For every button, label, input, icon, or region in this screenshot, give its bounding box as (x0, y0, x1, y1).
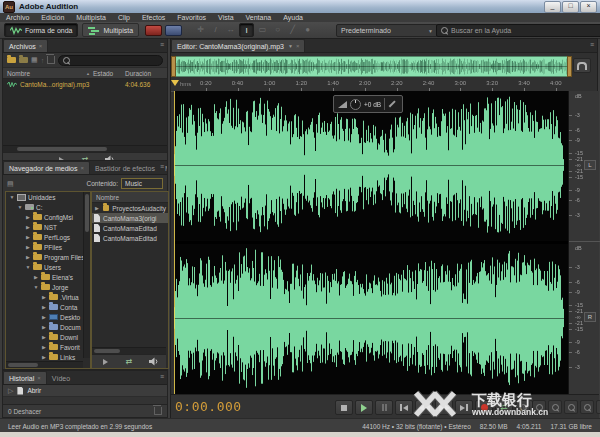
menu-ventana[interactable]: Ventana (240, 13, 278, 22)
skip-back-button[interactable] (395, 400, 413, 415)
collapse-icon[interactable]: ▼ (9, 194, 15, 200)
tree-item-virtua[interactable]: ▶.Virtua (6, 292, 90, 302)
panel-menu-icon[interactable]: ≡ (160, 373, 164, 380)
history-entry[interactable]: ▷ Abrir (3, 385, 167, 397)
expand-icon[interactable]: ▶ (41, 304, 47, 310)
expand-icon[interactable]: ▶ (25, 234, 31, 240)
time-selection-tool-icon[interactable]: I (239, 23, 254, 37)
expand-icon[interactable]: ▶ (41, 354, 47, 360)
tree-item-favorit[interactable]: ▶Favorit (6, 342, 90, 352)
rewind-button[interactable] (415, 400, 433, 415)
waveform-display[interactable] (174, 91, 568, 394)
chevron-down-icon[interactable]: ▼ (288, 43, 293, 49)
files-search-input[interactable] (58, 55, 163, 66)
menu-favoritos[interactable]: Favoritos (171, 13, 212, 22)
channel-l-badge[interactable]: L (584, 160, 596, 170)
media-autoplay-button[interactable] (144, 357, 162, 367)
import-file-icon[interactable] (19, 57, 28, 63)
loop-button[interactable]: ⇄ (495, 400, 513, 415)
zoom-in-vertical-button[interactable] (580, 400, 594, 414)
stop-button[interactable] (335, 400, 353, 415)
pause-button[interactable] (375, 400, 393, 415)
spot-heal-tool-icon[interactable]: ● (301, 23, 314, 35)
zoom-out-vertical-button[interactable] (596, 400, 600, 414)
record-button[interactable] (475, 400, 493, 415)
hud[interactable]: +0 dB (333, 95, 403, 113)
tree-item-unidades[interactable]: ▼Unidades (6, 192, 90, 202)
workspace-dropdown[interactable]: Predeterminado ▼ (336, 24, 438, 37)
menu-archivo[interactable]: Archivo (0, 13, 35, 22)
close-icon[interactable]: × (81, 165, 85, 171)
collapse-icon[interactable]: ▼ (33, 284, 39, 290)
paintbrush-tool-icon[interactable]: ╱ (286, 23, 299, 35)
zoom-in-horizontal-button[interactable] (548, 400, 562, 414)
tree-item-nst[interactable]: ▶NST (6, 222, 90, 232)
view-options-icon[interactable]: ▤ (7, 180, 14, 188)
expand-icon[interactable]: ▶ (41, 344, 47, 350)
overview-waveform[interactable] (174, 56, 568, 77)
tree-item-elenas[interactable]: ▶Elena's (6, 272, 90, 282)
tree-item-programfiles[interactable]: ▶Program Files (6, 252, 90, 262)
expand-icon[interactable]: ▶ (94, 205, 100, 211)
panel-menu-icon[interactable]: ≡ (590, 41, 594, 48)
menu-clip[interactable]: Clip (112, 13, 136, 22)
col-estado[interactable]: Estado (93, 70, 125, 77)
skip-forward-button[interactable] (455, 400, 473, 415)
expand-icon[interactable]: ▶ (33, 274, 39, 280)
snap-button[interactable] (573, 58, 591, 73)
tree-item-deskto[interactable]: ▶Deskto (6, 312, 90, 322)
file-row[interactable]: CantoMa...original).mp34:04.636 (3, 79, 167, 90)
spectral-pitch-icon[interactable] (165, 25, 182, 36)
content-col-nombre[interactable]: Nombre (96, 194, 119, 201)
files-hscrollbar[interactable] (3, 145, 167, 152)
play-button[interactable] (355, 400, 373, 415)
tree-item-conta[interactable]: ▶Conta (6, 302, 90, 312)
close-icon[interactable]: × (296, 43, 300, 49)
open-folder-icon[interactable] (7, 57, 16, 63)
zoom-out-horizontal-button[interactable] (564, 400, 578, 414)
menu-ayuda[interactable]: Ayuda (277, 13, 309, 22)
tab-vídeo[interactable]: Vídeo (47, 372, 75, 384)
tree-item-perflogs[interactable]: ▶PerfLogs (6, 232, 90, 242)
panel-menu-icon[interactable]: ≡ (160, 41, 164, 48)
tab-historial[interactable]: Historial× (3, 371, 47, 384)
minimize-button[interactable]: _ (544, 1, 561, 13)
help-search-input[interactable]: Buscar en la Ayuda (436, 24, 600, 37)
spectral-frequency-icon[interactable] (145, 25, 162, 36)
tree-item-docum[interactable]: ▶Docum (6, 322, 90, 332)
tree-vscrollbar[interactable] (83, 192, 90, 358)
multitrack-view-button[interactable]: Multipista (82, 23, 139, 37)
zoom-out-button[interactable] (532, 400, 546, 414)
gain-knob[interactable] (350, 99, 361, 110)
range-handle-left[interactable] (171, 56, 176, 77)
close-icon[interactable]: × (39, 43, 43, 49)
tab-bastidor-de-efectos[interactable]: Bastidor de efectos (90, 162, 160, 174)
marquee-tool-icon[interactable]: ▭ (256, 23, 269, 35)
expand-icon[interactable]: ▶ (25, 254, 31, 260)
expand-icon[interactable]: ▶ (25, 244, 31, 250)
amplitude-ruler[interactable]: dB-3-3-6-6-9-9-15-15-21-21-∞LdB-3-3-6-6-… (568, 91, 599, 394)
move-up-icon[interactable]: ↑ (41, 57, 45, 64)
col-duracion[interactable]: Duración (125, 70, 163, 77)
waveform-view-button[interactable]: Forma de onda (4, 23, 78, 37)
list-item[interactable]: ▶ProyectosAudacity (92, 203, 168, 213)
media-loop-button[interactable]: ⇄ (120, 357, 138, 367)
trash-icon[interactable] (154, 407, 162, 415)
razor-tool-icon[interactable]: / (209, 23, 222, 35)
time-display[interactable]: 0:00.000 (175, 399, 242, 414)
tree-item-pfiles[interactable]: ▶PFiles (6, 242, 90, 252)
menu-edición[interactable]: Edición (35, 13, 70, 22)
list-item[interactable]: CantoMama3(origi (92, 213, 168, 223)
channel-r-badge[interactable]: R (584, 312, 596, 322)
new-item-icon[interactable]: ▦ (31, 56, 38, 64)
menu-vista[interactable]: Vista (212, 13, 239, 22)
expand-icon[interactable]: ▶ (41, 314, 47, 320)
expand-icon[interactable]: ▶ (25, 224, 31, 230)
tree-item-users[interactable]: ▼Users (6, 262, 90, 272)
menu-multipista[interactable]: Multipista (70, 13, 112, 22)
expand-icon[interactable]: ▶ (25, 214, 31, 220)
tab-navegador-de-medios[interactable]: Navegador de medios× (3, 161, 90, 174)
move-tool-icon[interactable]: ✛ (194, 23, 207, 35)
col-nombre[interactable]: Nombre (7, 70, 86, 77)
slip-tool-icon[interactable]: ↔ (224, 23, 237, 35)
